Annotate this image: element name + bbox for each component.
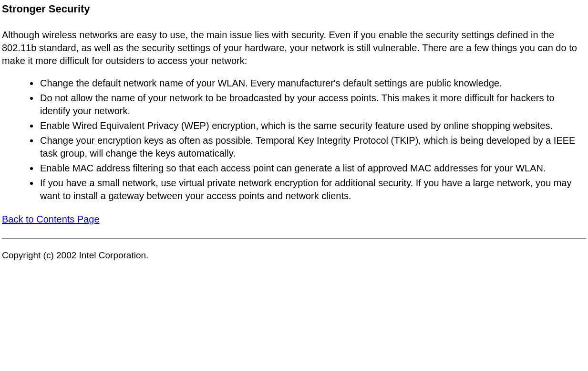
security-tips-list: Change the default network name of your … xyxy=(2,77,586,202)
intro-paragraph: Although wireless networks are easy to u… xyxy=(2,29,586,67)
back-link-container: Back to Contents Page xyxy=(2,214,586,225)
list-item: Do not allow the name of your network to… xyxy=(39,92,586,117)
copyright-text: Copyright (c) 2002 Intel Corporation. xyxy=(2,250,586,261)
horizontal-rule xyxy=(2,238,586,239)
list-item: Change the default network name of your … xyxy=(39,77,586,90)
section-heading: Stronger Security xyxy=(2,3,586,15)
list-item: Change your encryption keys as often as … xyxy=(39,134,586,160)
list-item: Enable MAC address filtering so that eac… xyxy=(39,162,586,175)
list-item: Enable Wired Equivalent Privacy (WEP) en… xyxy=(39,119,586,132)
list-item: If you have a small network, use virtual… xyxy=(39,177,586,202)
back-to-contents-link[interactable]: Back to Contents Page xyxy=(2,214,100,224)
